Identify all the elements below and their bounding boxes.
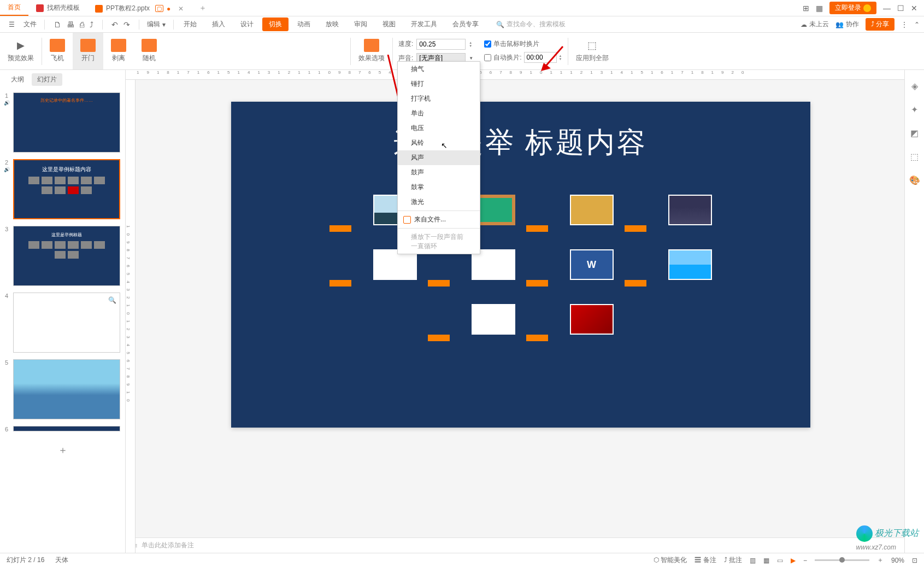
save-icon[interactable]: 🗋	[54, 20, 61, 29]
dropdown-item[interactable]: 锤打	[398, 77, 480, 91]
dropdown-item[interactable]: 鼓掌	[398, 180, 480, 195]
transition-random[interactable]: 随机	[134, 33, 164, 69]
slideshow-icon[interactable]: ▶	[791, 557, 796, 564]
layers-icon[interactable]: ◩	[910, 128, 919, 138]
tab-review[interactable]: 审阅	[348, 17, 374, 31]
canvas[interactable]: 这里是举 标题内容 W ◉	[126, 80, 904, 537]
transition-peel[interactable]: 剥离	[103, 33, 134, 69]
palette-icon[interactable]: 🎨	[909, 175, 920, 185]
tab-view[interactable]: 视图	[376, 17, 402, 31]
preview-icon[interactable]: ⎙	[80, 20, 84, 29]
tab-badge: ▢	[155, 5, 163, 12]
slide-thumb-2[interactable]: 2🔊 这里是举例标题内容	[0, 156, 125, 223]
dropdown-item[interactable]: 单击	[398, 106, 480, 121]
dropdown-item[interactable]: 激光	[398, 195, 480, 209]
beautify-button[interactable]: ⬡ 智能美化	[654, 556, 687, 565]
tab-templates[interactable]: 找稻壳模板	[28, 0, 87, 16]
maximize-icon[interactable]: ☐	[897, 4, 904, 13]
login-button[interactable]: 立即登录	[829, 2, 876, 14]
grid-item[interactable]	[329, 249, 417, 282]
transition-plane[interactable]: 飞机	[42, 33, 73, 69]
zoom-out-icon[interactable]: −	[803, 557, 807, 564]
diamond-icon[interactable]: ◈	[911, 81, 918, 91]
grid-item[interactable]	[526, 195, 614, 227]
apps-icon[interactable]: ▦	[816, 4, 823, 13]
click-advance-checkbox[interactable]	[484, 40, 491, 48]
file-menu[interactable]: 文件	[19, 20, 41, 29]
new-tab-button[interactable]: ＋	[191, 3, 214, 13]
auto-advance-checkbox[interactable]	[484, 54, 491, 61]
annotate-button[interactable]: ⤴ 批注	[724, 556, 742, 565]
slide-number: 2🔊	[3, 159, 10, 219]
outline-tab[interactable]: 大纲	[5, 73, 30, 86]
transition-door[interactable]: 开门	[73, 33, 103, 69]
tab-home[interactable]: 首页	[0, 0, 28, 16]
speed-input[interactable]	[416, 39, 466, 50]
dropdown-item[interactable]: 电压	[398, 121, 480, 136]
grid-item[interactable]: W	[526, 249, 614, 282]
reading-view-icon[interactable]: ▭	[777, 557, 783, 564]
undo-icon[interactable]: ↶	[111, 20, 118, 29]
slides-tab[interactable]: 幻灯片	[32, 73, 62, 86]
tab-transition[interactable]: 切换	[262, 17, 289, 31]
dropdown-icon[interactable]: ▼	[469, 56, 473, 61]
grid-item[interactable]	[428, 249, 515, 282]
tab-animation[interactable]: 动画	[291, 17, 317, 31]
collapse-icon[interactable]: ⌃	[914, 21, 920, 28]
slide-thumb-6[interactable]: 6	[0, 423, 125, 436]
print-icon[interactable]: 🖶	[67, 20, 74, 29]
tab-start[interactable]: 开始	[177, 17, 203, 31]
slide-thumb-5[interactable]: 5	[0, 356, 125, 423]
command-search[interactable]: 🔍 查找命令、搜索模板	[496, 20, 566, 29]
dropdown-from-file[interactable]: 来自文件...	[398, 212, 480, 227]
export-icon[interactable]: ⤴	[90, 20, 93, 29]
hamburger-icon[interactable]: ☰	[4, 21, 19, 28]
slide-title[interactable]: 这里是举 标题内容	[231, 102, 810, 162]
dropdown-item[interactable]: 打字机	[398, 91, 480, 106]
grid-icon[interactable]: ⊞	[803, 4, 809, 13]
cloud-status[interactable]: ☁ 未上云	[801, 20, 829, 29]
dropdown-item[interactable]: 抽气	[398, 62, 480, 77]
grid-item[interactable]: ◉	[428, 304, 515, 337]
dropdown-item[interactable]: 风铃	[398, 136, 480, 150]
redo-icon[interactable]: ↷	[123, 20, 130, 29]
apply-all-button[interactable]: ⬚ 应用到全部	[568, 33, 616, 69]
slide-canvas[interactable]: 这里是举 标题内容 W ◉	[231, 102, 810, 428]
tab-member[interactable]: 会员专享	[446, 17, 485, 31]
zoom-slider[interactable]	[815, 559, 869, 561]
close-window-icon[interactable]: ✕	[911, 4, 917, 13]
grid-item[interactable]	[625, 249, 712, 282]
slide-number: 1🔊	[3, 92, 10, 153]
tab-document[interactable]: PPT教程2.pptx ▢ ● ✕	[87, 0, 191, 16]
zoom-in-icon[interactable]: ＋	[877, 556, 884, 565]
tab-show[interactable]: 放映	[319, 17, 345, 31]
notes-pane[interactable]: ≡ 单击此处添加备注	[126, 537, 904, 553]
dropdown-item[interactable]: 鼓声	[398, 165, 480, 180]
share-button[interactable]: ⤴ 分享	[866, 18, 894, 31]
remarks-button[interactable]: ☰ 备注	[695, 556, 716, 565]
tab-design[interactable]: 设计	[234, 17, 260, 31]
preview-button[interactable]: ▶ 预览效果	[0, 33, 42, 69]
slide-number: 6	[3, 426, 10, 432]
edit-dropdown[interactable]: 编辑▾	[143, 20, 170, 29]
normal-view-icon[interactable]: ▥	[750, 557, 756, 564]
close-icon[interactable]: ✕	[178, 5, 184, 13]
slide-thumb-4[interactable]: 4 🔍	[0, 289, 125, 356]
fit-icon[interactable]: ⊡	[912, 557, 917, 564]
minimize-icon[interactable]: —	[883, 4, 891, 13]
spinner-icon[interactable]: ▲▼	[469, 41, 472, 48]
more-icon[interactable]: ⋮	[901, 21, 908, 28]
tab-dev[interactable]: 开发工具	[404, 17, 444, 31]
dropdown-item-hover[interactable]: 风声	[398, 150, 480, 165]
grid-item[interactable]	[526, 304, 614, 337]
zoom-level[interactable]: 90%	[891, 557, 904, 564]
sparkle-icon[interactable]: ✦	[911, 104, 918, 115]
slide-thumb-1[interactable]: 1🔊 历史记录中的著名事件……	[0, 89, 125, 156]
cube-icon[interactable]: ⬚	[910, 151, 919, 162]
grid-item[interactable]	[625, 195, 712, 227]
sorter-view-icon[interactable]: ▦	[763, 557, 769, 564]
slide-thumb-3[interactable]: 3 这里是举例标题	[0, 223, 125, 289]
collab-button[interactable]: 👥 协作	[835, 20, 859, 29]
tab-insert[interactable]: 插入	[205, 17, 232, 31]
add-slide-button[interactable]: ＋	[0, 436, 125, 464]
